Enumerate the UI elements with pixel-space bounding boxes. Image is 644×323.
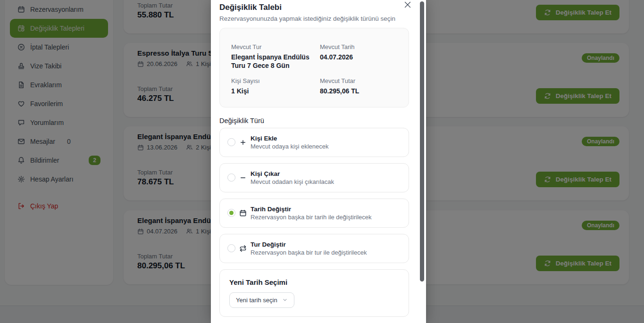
- modal-title: Değişiklik Talebi: [219, 3, 409, 12]
- summary-amount: Mevcut Tutar 80.295,06 TL: [320, 77, 397, 95]
- repeat-icon: [239, 245, 247, 252]
- option-desc: Mevcut odadan kişi çıkarılacak: [251, 178, 334, 185]
- summary-tour: Mevcut Tur Elegant İspanya Endülüs Turu …: [231, 43, 320, 70]
- new-date-select[interactable]: Yeni tarih seçin: [229, 292, 294, 308]
- option-title: Kişi Ekle: [251, 135, 328, 142]
- option-text: Kişi Ekle Mevcut odaya kişi eklenecek: [251, 135, 328, 150]
- radio-unchecked[interactable]: [227, 244, 235, 252]
- summary-date-value: 04.07.2026: [320, 53, 397, 61]
- change-request-modal: Değişiklik Talebi Rezervasyonunuzda yapm…: [211, 0, 426, 323]
- change-type-label: Değişiklik Türü: [219, 117, 409, 124]
- calendar-icon: [239, 209, 247, 217]
- radio-checked[interactable]: [227, 209, 235, 217]
- option-desc: Rezervasyon başka bir tur ile değiştiril…: [251, 249, 367, 256]
- change-type-options: Kişi Ekle Mevcut odaya kişi eklenecek Ki…: [219, 128, 409, 263]
- option-remove-person[interactable]: Kişi Çıkar Mevcut odadan kişi çıkarılaca…: [219, 163, 409, 192]
- option-text: Kişi Çıkar Mevcut odadan kişi çıkarılaca…: [251, 170, 334, 185]
- option-text: Tur Değiştir Rezervasyon başka bir tur i…: [251, 241, 367, 256]
- option-title: Tarih Değiştir: [251, 206, 372, 213]
- new-date-title: Yeni Tarih Seçimi: [229, 278, 399, 286]
- option-add-person[interactable]: Kişi Ekle Mevcut odaya kişi eklenecek: [219, 128, 409, 157]
- new-date-select-value: Yeni tarih seçin: [236, 297, 277, 304]
- reservation-summary: Mevcut Tur Elegant İspanya Endülüs Turu …: [219, 28, 409, 108]
- radio-unchecked[interactable]: [227, 138, 235, 146]
- summary-tour-label: Mevcut Tur: [231, 43, 320, 50]
- summary-tour-value: Elegant İspanya Endülüs Turu 7 Gece 8 Gü…: [231, 53, 320, 70]
- summary-people-value: 1 Kişi: [231, 87, 320, 95]
- summary-amount-value: 80.295,06 TL: [320, 87, 397, 95]
- summary-date: Mevcut Tarih 04.07.2026: [320, 43, 397, 70]
- summary-amount-label: Mevcut Tutar: [320, 77, 397, 84]
- option-desc: Rezervasyon başka bir tarih ile değiştir…: [251, 214, 372, 221]
- modal-subtitle: Rezervasyonunuzda yapmak istediğiniz değ…: [219, 15, 409, 22]
- new-date-section: Yeni Tarih Seçimi Yeni tarih seçin: [219, 269, 409, 317]
- option-text: Tarih Değiştir Rezervasyon başka bir tar…: [251, 206, 372, 221]
- summary-date-label: Mevcut Tarih: [320, 43, 397, 50]
- option-desc: Mevcut odaya kişi eklenecek: [251, 143, 328, 150]
- modal-scrollbar[interactable]: [420, 1, 424, 282]
- summary-people-label: Kişi Sayısı: [231, 77, 320, 84]
- option-title: Tur Değiştir: [251, 241, 367, 248]
- option-change-date[interactable]: Tarih Değiştir Rezervasyon başka bir tar…: [219, 199, 409, 228]
- minus-icon: [239, 174, 247, 181]
- chevron-down-icon: [282, 297, 288, 303]
- close-icon[interactable]: [404, 1, 411, 8]
- option-title: Kişi Çıkar: [251, 170, 334, 177]
- plus-icon: [239, 139, 247, 146]
- summary-people: Kişi Sayısı 1 Kişi: [231, 77, 320, 95]
- radio-unchecked[interactable]: [227, 174, 235, 182]
- option-change-tour[interactable]: Tur Değiştir Rezervasyon başka bir tur i…: [219, 234, 409, 263]
